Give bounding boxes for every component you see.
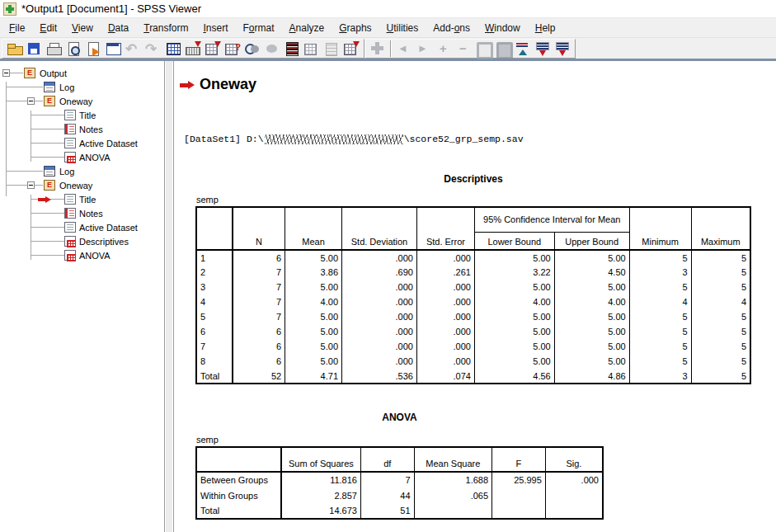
print-icon[interactable] xyxy=(45,40,64,58)
insert-title-icon[interactable] xyxy=(322,40,341,58)
page-icon xyxy=(64,222,76,233)
show-all-icon[interactable] xyxy=(302,40,322,58)
tree-item-oneway[interactable]: Oneway xyxy=(0,94,164,108)
menu-file[interactable]: File xyxy=(2,20,32,36)
tree-item-notes[interactable]: Notes xyxy=(0,206,164,220)
menu-graphs[interactable]: Graphs xyxy=(332,20,379,36)
cell: 5.00 xyxy=(474,339,554,354)
tree-item-title[interactable]: Title xyxy=(0,108,164,122)
promote-item-icon[interactable] xyxy=(533,40,553,58)
book-icon xyxy=(44,180,55,191)
cell: 5.00 xyxy=(554,324,629,339)
row-label: 6 xyxy=(196,324,233,339)
find-icon[interactable] xyxy=(242,40,262,58)
next-item-icon[interactable] xyxy=(414,40,434,58)
menu-window[interactable]: Window xyxy=(477,20,528,36)
menu-data[interactable]: Data xyxy=(101,20,136,36)
cell: 6 xyxy=(233,354,285,369)
dataset-path-line[interactable]: [DataSet1] D:\\score52_grp_semp.sav xyxy=(184,134,524,144)
current-item-arrow-icon xyxy=(180,81,195,89)
tree-item-oneway[interactable]: Oneway xyxy=(0,178,164,192)
cell: 4.00 xyxy=(554,294,629,309)
menu-insert[interactable]: Insert xyxy=(195,20,235,36)
cell: 4.86 xyxy=(554,369,629,384)
hide-item-icon[interactable] xyxy=(493,40,513,58)
save-file-icon[interactable] xyxy=(25,40,45,58)
collapse-box-icon[interactable] xyxy=(27,181,35,189)
redacted-path-segment xyxy=(265,134,403,144)
menu-help[interactable]: Help xyxy=(528,20,563,36)
cell: 5.00 xyxy=(554,354,629,369)
tree-item-active-dataset[interactable]: Active Dataset xyxy=(0,136,164,150)
collapse-box-icon[interactable] xyxy=(27,97,35,105)
spss-viewer-window: *Output1 [Document1] - SPSS Viewer FileE… xyxy=(0,0,776,532)
menu-format[interactable]: Format xyxy=(236,20,282,36)
cell: 11.816 xyxy=(281,472,361,487)
goto-variable-icon[interactable] xyxy=(203,40,223,58)
tree-guide-line xyxy=(31,195,31,260)
tree-item-label: Descriptives xyxy=(79,235,129,249)
tree-guide-line xyxy=(6,82,7,196)
use-variable-sets-icon[interactable] xyxy=(282,40,302,58)
undo-icon[interactable] xyxy=(124,40,143,58)
tree-item-notes[interactable]: Notes xyxy=(0,122,164,136)
redo-icon[interactable] xyxy=(143,40,163,58)
page-icon xyxy=(64,138,76,148)
menu-edit[interactable]: Edit xyxy=(32,20,64,36)
cell: 5 xyxy=(629,354,691,369)
tree-item-log[interactable]: Log xyxy=(0,164,164,178)
column-header xyxy=(342,207,417,232)
menu-transform[interactable]: Transform xyxy=(136,20,195,36)
collapse-item-icon[interactable] xyxy=(454,40,473,58)
tree-item-log[interactable]: Log xyxy=(0,80,164,94)
show-item-icon[interactable] xyxy=(473,40,493,58)
open-file-icon[interactable] xyxy=(5,40,25,58)
tree-item-label: ANOVA xyxy=(79,151,111,165)
row-label: 2 xyxy=(196,265,233,280)
output-heading-block[interactable]: Oneway xyxy=(180,76,256,93)
insert-item-icon[interactable] xyxy=(368,40,388,58)
print-preview-icon[interactable] xyxy=(64,40,84,58)
table-row: 375.00.000.0005.005.0055 xyxy=(196,280,750,294)
goto-case-icon[interactable] xyxy=(183,40,203,58)
export-output-icon[interactable] xyxy=(84,40,104,58)
tree-item-output[interactable]: Output xyxy=(0,66,164,80)
cell: 5.00 xyxy=(474,354,554,369)
expand-item-icon[interactable] xyxy=(434,40,454,58)
variables-icon[interactable] xyxy=(223,40,242,58)
dialog-recall-icon[interactable] xyxy=(104,40,124,58)
demote-item-icon[interactable] xyxy=(553,40,572,58)
tree-item-descriptives[interactable]: Descriptives xyxy=(0,234,164,248)
column-header: Mean Square xyxy=(414,447,492,472)
collapse-box-icon[interactable] xyxy=(2,69,10,77)
cell: 7 xyxy=(233,294,285,309)
menu-view[interactable]: View xyxy=(64,20,101,36)
descriptives-table[interactable]: 95% Confidence Interval for MeanNMeanStd… xyxy=(195,206,751,384)
column-header: Std. Error xyxy=(416,232,474,250)
collapse-outline-icon[interactable] xyxy=(513,40,533,58)
tree-item-anova[interactable]: ANOVA xyxy=(0,248,164,262)
anova-table[interactable]: Sum of SquaresdfMean SquareFSig.Between … xyxy=(195,446,604,520)
menu-analyze[interactable]: Analyze xyxy=(282,20,332,36)
row-label: Total xyxy=(196,503,281,519)
tree-item-title[interactable]: Title xyxy=(0,192,164,206)
column-header xyxy=(629,207,691,232)
menu-utilities[interactable]: Utilities xyxy=(379,20,426,36)
pane-splitter[interactable] xyxy=(164,61,174,532)
insert-text-icon[interactable] xyxy=(341,40,361,58)
cell: 4.50 xyxy=(554,265,629,280)
previous-item-icon[interactable] xyxy=(394,40,414,58)
find-next-icon[interactable] xyxy=(262,40,282,58)
table-row: 165.00.000.0005.005.0055 xyxy=(196,250,750,265)
tree-item-active-dataset[interactable]: Active Dataset xyxy=(0,220,164,234)
tree-item-anova[interactable]: ANOVA xyxy=(0,150,164,164)
notes-icon xyxy=(64,124,76,134)
cell: 5.00 xyxy=(474,250,554,265)
cell: .000 xyxy=(416,339,474,354)
goto-data-icon[interactable] xyxy=(163,40,183,58)
cell: 6 xyxy=(233,339,285,354)
table-header-row: NMeanStd. DeviationStd. ErrorLower Bound… xyxy=(196,232,750,250)
menu-add-ons[interactable]: Add-ons xyxy=(426,20,477,36)
table-row: Between Groups11.81671.68825.995.000 xyxy=(196,472,603,487)
row-label: 7 xyxy=(196,339,233,354)
